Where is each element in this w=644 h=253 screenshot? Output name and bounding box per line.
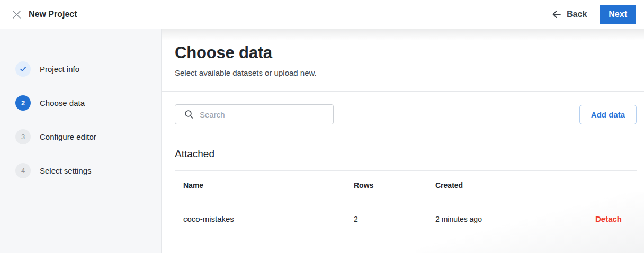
next-button[interactable]: Next [600, 5, 636, 24]
step-label: Configure editor [40, 132, 96, 141]
search-input[interactable] [200, 110, 327, 119]
main-content: Choose data Select available datasets or… [162, 29, 644, 253]
check-icon [19, 65, 27, 73]
arrow-left-icon [551, 10, 562, 19]
back-button[interactable]: Back [551, 10, 587, 19]
step-choose-data[interactable]: 2 Choose data [15, 95, 161, 111]
step-done-circle [15, 61, 31, 77]
dataset-name: coco-mistakes [175, 214, 354, 223]
step-label: Project info [40, 65, 79, 74]
step-number-badge: 4 [15, 163, 31, 178]
table-header-row: Name Rows Created [175, 170, 637, 200]
step-number-badge: 2 [15, 95, 31, 111]
back-button-label: Back [567, 10, 587, 19]
row-actions: Detach [568, 214, 637, 223]
header-actions: Back Next [551, 5, 636, 24]
column-header-name: Name [175, 181, 354, 189]
step-configure-editor[interactable]: 3 Configure editor [15, 129, 161, 144]
search-icon [184, 110, 194, 119]
step-number-badge: 3 [15, 129, 31, 144]
attached-section-title: Attached [175, 148, 637, 160]
column-header-created: Created [435, 181, 568, 189]
detach-button[interactable]: Detach [595, 214, 622, 223]
step-label: Choose data [40, 98, 85, 107]
step-label: Select settings [40, 166, 92, 175]
table-row[interactable]: coco-mistakes 2 2 minutes ago Detach [175, 200, 637, 238]
header-left: New Project [12, 10, 77, 20]
column-header-rows: Rows [354, 181, 435, 189]
dataset-created: 2 minutes ago [435, 215, 568, 223]
search-box[interactable] [175, 104, 334, 124]
dataset-rows-count: 2 [354, 215, 435, 223]
step-select-settings[interactable]: 4 Select settings [15, 163, 161, 178]
add-data-button[interactable]: Add data [579, 105, 637, 124]
datasets-toolbar: Add data [175, 104, 637, 124]
close-icon [12, 10, 22, 20]
wizard-stepper-sidebar: Project info 2 Choose data 3 Configure e… [0, 29, 162, 253]
section-subtitle: Select available datasets or upload new. [175, 68, 637, 78]
section-heading: Choose data [175, 43, 637, 62]
step-project-info[interactable]: Project info [15, 61, 161, 77]
page-title: New Project [29, 10, 77, 19]
content-divider [162, 91, 644, 92]
close-button[interactable] [12, 10, 22, 20]
attached-datasets-table: Name Rows Created coco-mistakes 2 2 minu… [175, 170, 637, 238]
wizard-header: New Project Back Next [0, 0, 644, 29]
